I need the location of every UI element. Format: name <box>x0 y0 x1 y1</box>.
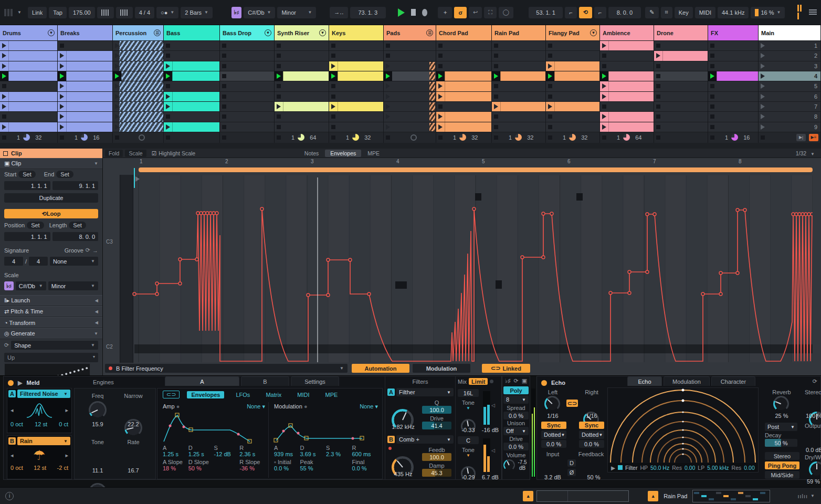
clip-slot[interactable] <box>436 71 491 81</box>
clip-slot[interactable] <box>384 122 436 132</box>
clip-slot[interactable] <box>58 92 112 102</box>
clip-slot[interactable] <box>708 112 758 122</box>
subtab-envelopes[interactable]: Envelopes <box>187 391 224 398</box>
stop-clip-button[interactable] <box>222 135 226 140</box>
meld-volume-value[interactable]: -7.5 dB <box>516 459 529 471</box>
clip-root-menu[interactable]: C#/Db▼ <box>16 281 46 290</box>
clip-slot[interactable] <box>329 41 383 51</box>
breakpoint[interactable] <box>203 212 206 215</box>
back-to-arrangement-icon[interactable]: ▶≡ <box>809 134 818 141</box>
amp-envelope-graph[interactable] <box>162 411 267 444</box>
subtab-mpe[interactable]: MPE <box>321 391 342 398</box>
echo-right-sync-toggle[interactable]: Sync <box>579 422 604 429</box>
mod-final[interactable]: 0.0 % <box>352 465 378 471</box>
mix-b-level-value[interactable]: 6.7 dB <box>479 474 502 480</box>
generate-section[interactable]: ◎ Generate▼ <box>0 328 102 339</box>
generator-menu[interactable]: Shape▼ <box>11 341 98 350</box>
clip-slot[interactable] <box>329 102 383 112</box>
breakpoint[interactable] <box>798 213 801 216</box>
echo-left-time-value[interactable]: 1/16 <box>542 413 563 419</box>
clip-slot[interactable] <box>546 92 599 102</box>
clip-slot[interactable] <box>436 92 491 102</box>
clip-slot[interactable] <box>164 81 219 91</box>
engine-a-next-icon[interactable]: ▸ <box>65 407 68 414</box>
nudge-down-icon[interactable] <box>97 7 114 18</box>
breakpoint[interactable] <box>542 256 545 259</box>
clip-slot[interactable] <box>58 71 112 81</box>
clip-slot[interactable] <box>492 122 545 132</box>
narrow-value[interactable]: 22.2 <box>122 421 145 427</box>
automation-arm-icon[interactable]: σ <box>454 7 467 18</box>
filter-a-drive-value[interactable]: 41.4 <box>422 422 451 429</box>
clip-slot[interactable] <box>600 51 654 61</box>
tab-notes[interactable]: Notes <box>299 150 324 157</box>
commit-groove-icon[interactable]: → <box>92 247 98 254</box>
clip-slot[interactable] <box>113 51 163 61</box>
clip-slot[interactable] <box>654 71 708 81</box>
clip-slot[interactable] <box>654 92 708 102</box>
session-record-icon[interactable]: ◯ <box>499 7 513 18</box>
info-icon[interactable]: i <box>5 492 14 500</box>
breakpoint[interactable] <box>212 212 215 215</box>
stop-clip-button[interactable] <box>438 135 443 140</box>
breakpoint[interactable] <box>653 213 656 216</box>
rate-value[interactable]: 16.7 <box>122 467 145 474</box>
filter-b-feedb-value[interactable]: 100.0 <box>422 453 451 461</box>
clip-slot[interactable] <box>600 41 654 51</box>
breakpoint[interactable] <box>349 258 352 261</box>
mix-b-pan[interactable]: C <box>458 436 479 444</box>
automation-toggle[interactable]: Automation <box>352 364 409 373</box>
mod-sustain[interactable]: 2.3 % <box>326 451 352 457</box>
clip-slot[interactable] <box>220 122 274 132</box>
draw-mode-icon[interactable]: ✎ <box>645 7 658 18</box>
clip-slot[interactable] <box>384 61 436 71</box>
echo-stereo-link-icon[interactable]: ⊂⊃ <box>566 400 578 407</box>
clip-slot[interactable] <box>0 102 57 112</box>
clip-slot[interactable] <box>654 81 708 91</box>
clip-slot[interactable] <box>384 92 436 102</box>
clip-slot[interactable] <box>220 41 274 51</box>
breakpoint[interactable] <box>628 270 631 274</box>
track-caret-icon[interactable]: ▼ <box>319 29 326 36</box>
track-caret-icon[interactable]: ▼ <box>265 29 271 36</box>
breakpoint[interactable] <box>178 282 182 285</box>
clip-slot[interactable] <box>654 51 708 61</box>
meld-preview-icon[interactable]: ▶ <box>18 380 22 386</box>
scene-slot-9[interactable]: 9 <box>759 122 820 132</box>
highlight-scale-checkbox[interactable]: ☑ <box>152 150 156 156</box>
session-view-icon[interactable] <box>797 5 803 20</box>
clip-slot[interactable] <box>275 61 329 71</box>
decay-slider[interactable]: 50 % <box>765 439 797 447</box>
filter-a-q-value[interactable]: 100.0 <box>422 406 451 414</box>
track-caret-icon[interactable]: ▼ <box>590 29 597 36</box>
clip-slot[interactable] <box>492 81 545 91</box>
breakpoint[interactable] <box>795 213 798 216</box>
stop-button[interactable] <box>411 9 416 16</box>
clip-slot[interactable] <box>0 71 57 81</box>
clip-slot[interactable] <box>600 71 654 81</box>
clip-slot[interactable] <box>600 112 654 122</box>
clip-slot[interactable] <box>113 92 163 102</box>
echo-mode-stereo[interactable]: Stereo <box>765 452 799 460</box>
stop-all-clips-icon[interactable]: ▶| <box>796 134 806 141</box>
track-header[interactable]: Main <box>759 25 820 41</box>
clip-slot[interactable] <box>0 41 57 51</box>
clip-slot[interactable] <box>384 112 436 122</box>
clip-slot[interactable] <box>164 102 219 112</box>
clip-slot[interactable] <box>708 122 758 132</box>
midi-map-button[interactable]: MIDI <box>695 7 715 18</box>
scene-slot-1[interactable]: 1 <box>759 41 820 51</box>
clip-slot[interactable] <box>329 112 383 122</box>
clip-slot[interactable] <box>436 102 491 112</box>
clip-slot[interactable] <box>220 92 274 102</box>
clip-slot[interactable] <box>546 51 599 61</box>
shape-preset-menu[interactable]: Up▾ <box>4 353 98 362</box>
breakpoint[interactable] <box>646 213 649 216</box>
meld-title[interactable]: Meld <box>26 380 39 386</box>
echo-power-led[interactable] <box>541 380 547 386</box>
track-header[interactable]: Bass Drop▼ <box>220 25 274 41</box>
breakpoint[interactable] <box>736 208 739 212</box>
engine-b-next-icon[interactable]: ▸ <box>65 452 68 459</box>
clip-end-field[interactable]: 9. 1. 1 <box>52 181 99 190</box>
launch-section[interactable]: ‖▸ Launch◀ <box>0 295 102 306</box>
